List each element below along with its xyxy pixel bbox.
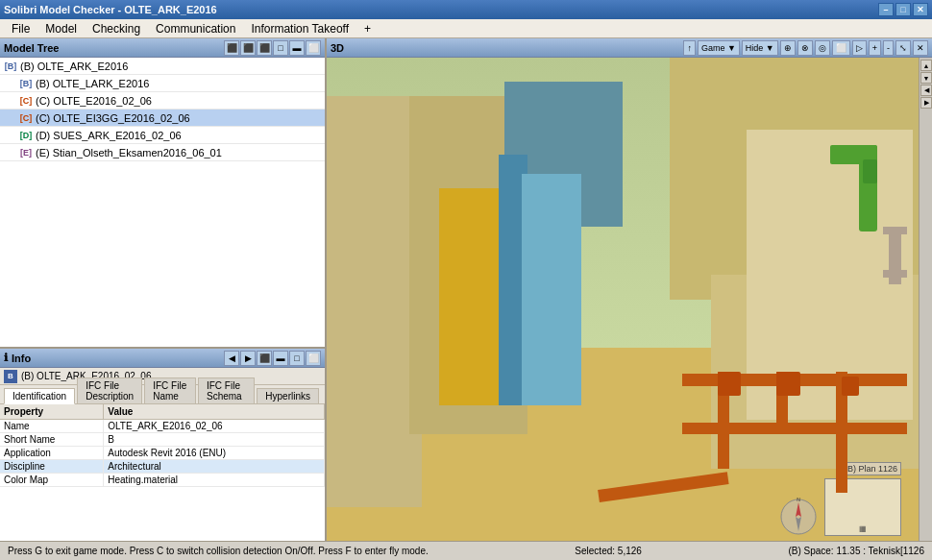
tree-item[interactable]: [D](D) SUES_ARK_E2016_02_06 — [0, 127, 325, 144]
menu-checking[interactable]: Checking — [85, 20, 148, 37]
info-tab-ifc-file-description[interactable]: IFC File Description — [77, 377, 142, 403]
model-tree-content[interactable]: [B](B) OLTE_ARK_E2016[B](B) OLTE_LARK_E2… — [0, 58, 325, 347]
info-btn-prev[interactable]: ◀ — [224, 351, 239, 366]
title-bar-controls: – □ ✕ — [878, 3, 928, 16]
tree-toolbar-btn-6[interactable]: ⬜ — [306, 40, 321, 56]
info-tab-ifc-file-name[interactable]: IFC File Name — [144, 377, 196, 403]
close-button[interactable]: ✕ — [913, 3, 928, 16]
info-table-row: Color MapHeating.material — [0, 474, 325, 487]
scene-green-small — [863, 159, 877, 183]
info-cell-value: Architectural — [104, 460, 325, 474]
info-cell-value: Heating.material — [104, 474, 325, 487]
view-3d-header: 3D ↑ Game ▼ Hide ▼ ⊕ ⊗ ◎ ⬜ ▷ + - ⤡ ✕ — [327, 38, 932, 58]
info-btn-6[interactable]: ⬜ — [306, 351, 321, 366]
info-cell-property: Application — [0, 447, 104, 460]
main-area: Model Tree ⬛ ⬛ ⬛ □ ▬ ⬜ [B](B) OLTE_ARK_E… — [0, 38, 932, 560]
sidebar-btn-1[interactable]: ▲ — [920, 60, 932, 71]
tree-item[interactable]: [B](B) OLTE_ARK_E2016 — [0, 58, 325, 75]
right-sidebar: ▲ ▼ ◀ ▶ — [919, 58, 932, 541]
info-panel: ℹ Info ◀ ▶ ⬛ ▬ □ ⬜ B (B) OLTE_ARK_E2016_… — [0, 349, 325, 541]
info-table-row: DisciplineArchitectural — [0, 460, 325, 474]
info-btn-5[interactable]: □ — [289, 351, 305, 366]
menu-model[interactable]: Model — [37, 20, 85, 37]
model-tree: Model Tree ⬛ ⬛ ⬛ □ ▬ ⬜ [B](B) OLTE_ARK_E… — [0, 38, 325, 349]
tree-toolbar-btn-1[interactable]: ⬛ — [224, 40, 239, 56]
title-bar: Solibri Model Checker - OLTE_ARK_E2016 –… — [0, 0, 932, 19]
minimize-button[interactable]: – — [878, 3, 894, 16]
view-3d-toolbar: ↑ Game ▼ Hide ▼ ⊕ ⊗ ◎ ⬜ ▷ + - ⤡ ✕ — [683, 40, 928, 56]
info-cell-property: Name — [0, 420, 104, 433]
status-space: (B) Space: 11.35 : Teknisk[1126 — [788, 546, 924, 556]
status-bar: Press G to exit game mode. Press C to sw… — [0, 541, 932, 560]
tree-item[interactable]: [C](C) OLTE_EI3GG_E2016_02_06 — [0, 110, 325, 127]
view-btn-close[interactable]: ✕ — [913, 40, 928, 56]
orange-connector-1 — [776, 372, 800, 396]
menu-file[interactable]: File — [4, 20, 37, 37]
tree-item[interactable]: [B](B) OLTE_LARK_E2016 — [0, 75, 325, 92]
tree-item-icon: [E] — [19, 146, 33, 159]
orange-connector-3 — [842, 377, 859, 396]
view-btn-4[interactable]: ⬜ — [832, 40, 850, 56]
scene-3d: ▦ (B) Plan 1126 N — [327, 58, 919, 541]
tree-item[interactable]: [E](E) Stian_Olseth_Eksamen2016_06_01 — [0, 144, 325, 161]
tree-item-icon: [B] — [19, 77, 33, 90]
scene-bracket-h — [883, 227, 907, 234]
info-cell-value: Autodesk Revit 2016 (ENU) — [104, 447, 325, 460]
view-btn-fit[interactable]: ⤡ — [895, 40, 911, 56]
sidebar-btn-2[interactable]: ▼ — [920, 72, 932, 84]
sidebar-btn-3[interactable]: ◀ — [920, 85, 932, 96]
info-tabs: IdentificationIFC File DescriptionIFC Fi… — [0, 385, 325, 404]
info-table-row: ApplicationAutodesk Revit 2016 (ENU) — [0, 447, 325, 460]
view-btn-hide[interactable]: Hide ▼ — [742, 40, 778, 56]
info-cell-property: Color Map — [0, 474, 104, 487]
view-btn-5[interactable]: ▷ — [852, 40, 867, 56]
info-cell-property: Discipline — [0, 460, 104, 474]
info-btn-4[interactable]: ▬ — [273, 351, 288, 366]
info-table-row: NameOLTE_ARK_E2016_02_06 — [0, 420, 325, 433]
tree-item-icon: [C] — [19, 94, 33, 108]
scene-yellow-wall — [439, 188, 504, 405]
tree-toolbar-btn-3[interactable]: ⬛ — [257, 40, 272, 56]
tree-toolbar-btn-2[interactable]: ⬛ — [240, 40, 256, 56]
menu-bar: File Model Checking Communication Inform… — [0, 19, 932, 38]
view-btn-zoom-out[interactable]: - — [883, 40, 894, 56]
info-btn-3[interactable]: ⬛ — [257, 351, 272, 366]
mini-map-content: ▦ — [859, 524, 867, 533]
tree-item-label: (E) Stian_Olseth_Eksamen2016_06_01 — [36, 147, 222, 158]
info-tab-hyperlinks[interactable]: Hyperlinks — [257, 388, 319, 403]
view-btn-game[interactable]: Game ▼ — [698, 40, 740, 56]
tree-toolbar-btn-4[interactable]: □ — [273, 40, 288, 56]
mini-map-label-text: (B) Plan 1126 — [845, 464, 897, 474]
view-btn-nav[interactable]: ↑ — [683, 40, 696, 56]
menu-plus[interactable]: + — [356, 20, 379, 37]
svg-text:N: N — [797, 498, 800, 502]
view-3d-content[interactable]: ▦ (B) Plan 1126 N — [327, 58, 932, 541]
tree-toolbar-btn-5[interactable]: ▬ — [289, 40, 305, 56]
tree-item[interactable]: [C](C) OLTE_E2016_02_06 — [0, 92, 325, 110]
app-title: Solibri Model Checker - OLTE_ARK_E2016 — [4, 4, 217, 15]
col-property: Property — [0, 404, 104, 420]
view-btn-3[interactable]: ◎ — [815, 40, 830, 56]
orange-connector-2 — [718, 372, 742, 396]
menu-communication[interactable]: Communication — [148, 20, 243, 37]
maximize-button[interactable]: □ — [895, 3, 911, 16]
info-title: Info — [12, 353, 31, 364]
info-tab-ifc-file-schema[interactable]: IFC File Schema — [198, 377, 255, 403]
info-btn-next[interactable]: ▶ — [240, 351, 256, 366]
model-tree-header: Model Tree ⬛ ⬛ ⬛ □ ▬ ⬜ — [0, 38, 325, 58]
view-btn-1[interactable]: ⊕ — [780, 40, 796, 56]
scene-blue-door — [522, 174, 581, 405]
tree-item-icon: [D] — [19, 129, 33, 142]
mini-map-label: (B) Plan 1126 — [841, 462, 901, 475]
view-btn-zoom-in[interactable]: + — [869, 40, 881, 56]
info-header: ℹ Info ◀ ▶ ⬛ ▬ □ ⬜ — [0, 349, 325, 368]
tree-item-icon: [C] — [19, 111, 33, 125]
orange-pipe-lower-h — [682, 423, 907, 435]
info-tab-identification[interactable]: Identification — [4, 388, 75, 404]
col-value: Value — [104, 404, 325, 420]
workspace: Model Tree ⬛ ⬛ ⬛ □ ▬ ⬜ [B](B) OLTE_ARK_E… — [0, 38, 932, 541]
info-content: Property Value NameOLTE_ARK_E2016_02_06S… — [0, 404, 325, 541]
view-btn-2[interactable]: ⊗ — [797, 40, 813, 56]
sidebar-btn-4[interactable]: ▶ — [920, 97, 932, 109]
menu-information-takeoff[interactable]: Information Takeoff — [243, 20, 356, 37]
